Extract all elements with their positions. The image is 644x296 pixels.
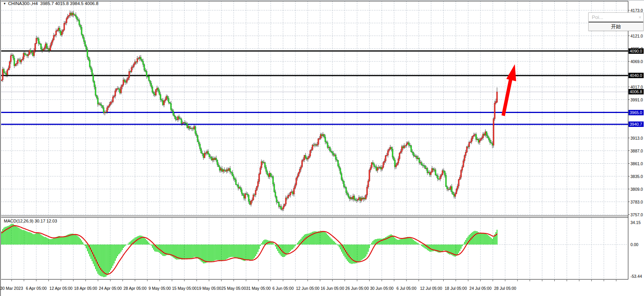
candle-bearish [275,192,276,197]
popup-close-icon[interactable]: × [639,15,641,20]
candle-bearish [118,89,120,89]
chart-canvas[interactable] [0,0,644,296]
window-top-edge [0,0,644,0]
candle-bullish [475,134,476,135]
candle-bullish [442,171,443,175]
candle-bullish [110,102,111,104]
arrow-head[interactable] [506,64,516,81]
candle-bullish [388,151,389,155]
candle-bearish [81,27,82,34]
candle-bearish [345,187,346,188]
candle-bullish [297,176,298,178]
candle-bullish [369,170,370,181]
candle-bearish [476,134,477,139]
candle-bullish [74,15,75,15]
candle-bullish [461,170,462,177]
candle-bullish [16,63,17,64]
arrow-shaft[interactable] [503,80,511,116]
candle-bullish [12,55,13,55]
price-axis-label: 3913.0 [630,135,644,141]
candle-bearish [167,96,168,99]
candle-bearish [162,100,164,105]
candle-bearish [49,48,50,50]
candle-bullish [135,62,136,64]
time-axis-label: 24 Apr 05:00 [99,286,122,291]
candle-bearish [436,175,437,176]
candle-bullish [430,172,432,175]
candle-bearish [408,143,410,145]
candle-bearish [140,57,142,60]
candle-bearish [130,71,131,72]
candlestick-series [1,10,498,211]
candle-bullish [57,31,58,31]
candle-bearish [449,189,450,189]
candle-bullish [462,167,463,171]
candle-bearish [321,135,323,136]
candle-bullish [470,142,471,142]
candle-bearish [468,147,469,147]
candle-bearish [331,151,332,152]
candle-bearish [234,179,236,180]
candle-bearish [124,80,125,82]
candle-bullish [258,181,259,186]
symbol-dropdown-icon[interactable]: ▼ [3,2,6,5]
candle-bearish [197,135,198,142]
candle-bearish [202,153,203,154]
candle-bearish [94,81,95,87]
candle-bearish [144,65,145,70]
candle-bearish [30,50,31,52]
candle-bullish [350,197,352,199]
candle-bearish [437,176,439,179]
candle-bearish [446,175,447,186]
candle-bearish [217,160,218,165]
candle-bullish [441,175,442,176]
candle-bullish [58,28,59,30]
candle-bullish [440,176,441,179]
time-axis-label: 12 Jul 05:00 [420,286,442,291]
candle-bearish [276,197,277,202]
candle-bearish [19,60,20,60]
candle-bearish [313,145,314,145]
candle-bullish [296,178,297,185]
candle-bearish [343,181,345,187]
candle-bullish [302,161,303,167]
candle-bearish [84,38,85,42]
time-axis-label: 28 Jul 05:00 [494,286,516,291]
time-axis-label: 15 May 05:00 [172,286,197,291]
candle-bearish [26,55,27,55]
candle-bullish [56,31,57,35]
candle-bearish [238,185,239,188]
candle-bullish [291,192,292,192]
candle-bullish [212,159,214,160]
candle-bearish [93,75,94,82]
candle-bullish [309,156,310,158]
candle-bullish [415,156,417,157]
candle-bearish [208,152,209,154]
candle-bullish [314,145,316,145]
candle-bearish [230,168,231,172]
candle-bullish [34,50,35,56]
start-button[interactable]: 开始 [589,22,643,31]
candle-bearish [5,73,6,73]
candle-bearish [80,25,81,27]
candle-bearish [227,169,229,171]
candle-bearish [273,176,274,184]
candle-bullish [371,163,372,168]
candle-bullish [390,147,391,149]
candle-bullish [194,127,195,129]
candle-bearish [248,195,249,201]
candle-bearish [146,71,147,76]
candle-bearish [412,152,413,152]
candle-bullish [204,153,205,158]
candle-bullish [67,16,68,19]
candle-bearish [138,58,139,59]
time-axis-label: 12 Apr 05:00 [50,286,73,291]
candle-bullish [226,169,227,171]
candle-bullish [178,116,179,120]
candle-bullish [261,162,262,168]
candle-bearish [95,87,96,96]
candle-bullish [70,13,71,15]
candle-bearish [425,166,426,168]
popup-titlebar: Poi... × [589,13,643,22]
candle-bearish [421,163,422,165]
